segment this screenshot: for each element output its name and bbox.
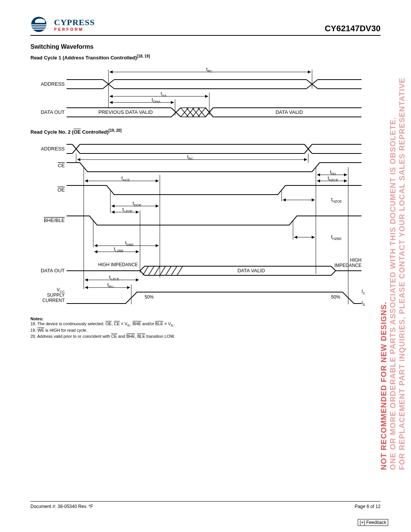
svg-marker-86 [344, 179, 347, 182]
rc2-title-prefix: Read Cycle No. 2 ( [30, 129, 73, 135]
read-cycle-1-title: Read Cycle 1 (Address Transition Control… [30, 54, 381, 61]
svg-text:tLZOE: tLZOE [122, 206, 132, 213]
page-header: CYPRESS PERFORM CY62147DV30 [30, 15, 381, 36]
svg-marker-85 [317, 179, 320, 182]
svg-text:OE: OE [57, 187, 65, 193]
svg-line-130 [166, 266, 171, 275]
svg-text:tOHA: tOHA [151, 97, 160, 104]
note-18: 18. The device is continuously selected.… [30, 321, 381, 328]
rc2-title-suffix: Controlled) [81, 129, 108, 135]
svg-marker-76 [85, 179, 88, 182]
svg-rect-2 [31, 26, 46, 27]
svg-text:tACE: tACE [121, 175, 130, 182]
svg-marker-68 [77, 158, 80, 161]
notes-title: Notes: [30, 316, 381, 321]
section-title: Switching Waveforms [30, 43, 381, 50]
svg-text:50%: 50% [145, 294, 154, 300]
note-20: 20. Address valid prior to or coincident… [30, 334, 381, 339]
page-footer: Document #: 38-05340 Rev. *F Page 6 of 1… [30, 501, 381, 509]
svg-text:HIGH IMPEDANCE: HIGH IMPEDANCE [98, 262, 138, 267]
notes-section: Notes: 18. The device is continuously se… [30, 316, 381, 340]
logo-tagline-text: PERFORM [54, 27, 95, 32]
svg-text:DATA OUT: DATA OUT [41, 109, 65, 115]
rc1-title-refs: [18, 19] [137, 54, 150, 58]
svg-marker-81 [317, 173, 320, 176]
svg-marker-137 [85, 278, 88, 281]
rc2-title-refs: [19, 20] [108, 128, 121, 133]
svg-text:tLZBE: tLZBE [114, 246, 124, 253]
svg-text:tHZOE: tHZOE [331, 197, 342, 203]
svg-marker-138 [136, 278, 139, 281]
svg-marker-93 [156, 204, 159, 208]
svg-text:tLZCE: tLZCE [109, 274, 119, 281]
svg-line-128 [154, 266, 160, 275]
svg-text:CURRENT: CURRENT [42, 298, 65, 303]
svg-marker-8 [110, 70, 113, 73]
svg-text:DATA VALID: DATA VALID [276, 109, 303, 115]
svg-text:BHE/BLE: BHE/BLE [44, 217, 65, 223]
svg-marker-101 [283, 198, 286, 201]
svg-text:ADDRESS: ADDRESS [41, 81, 65, 87]
svg-text:DATA OUT: DATA OUT [41, 268, 65, 273]
part-number: CY62147DV30 [325, 24, 381, 34]
svg-text:tHZCE: tHZCE [328, 175, 338, 182]
svg-marker-69 [304, 158, 307, 161]
svg-text:SUPPLY: SUPPLY [47, 292, 65, 298]
svg-text:IMPEDANCE: IMPEDANCE [335, 263, 362, 268]
svg-marker-97 [112, 211, 115, 214]
svg-line-127 [148, 266, 154, 275]
read-cycle-2-title: Read Cycle No. 2 (OE Controlled)[19, 20] [30, 128, 381, 135]
svg-line-129 [160, 266, 166, 275]
watermark-line-3: FOR REPLACEMENT PART INQUIRIES, PLEASE C… [397, 77, 406, 470]
svg-marker-92 [112, 204, 115, 208]
svg-marker-31 [171, 101, 174, 104]
svg-marker-26 [205, 95, 208, 98]
cypress-logo-icon [30, 15, 52, 34]
svg-text:CE: CE [58, 163, 65, 168]
svg-rect-1 [31, 24, 46, 25]
svg-text:ISB: ISB [362, 300, 365, 307]
svg-text:ADDRESS: ADDRESS [41, 146, 65, 152]
watermark-line-1: NOT RECOMMENDED FOR NEW DESIGNS. [379, 77, 388, 470]
feedback-button[interactable]: [+] Feedback [358, 519, 388, 526]
svg-marker-116 [94, 250, 97, 253]
svg-marker-30 [110, 101, 113, 104]
svg-marker-25 [110, 95, 113, 98]
svg-text:ICC: ICC [362, 289, 365, 295]
svg-marker-113 [156, 244, 159, 247]
svg-text:PREVIOUS DATA VALID: PREVIOUS DATA VALID [98, 109, 153, 115]
svg-marker-102 [312, 198, 315, 201]
watermark: NOT RECOMMENDED FOR NEW DESIGNS. ONE OR … [381, 38, 404, 509]
svg-marker-9 [308, 70, 311, 73]
logo: CYPRESS PERFORM [30, 15, 95, 34]
page-number: Page 6 of 12 [355, 504, 381, 509]
svg-line-132 [177, 266, 183, 275]
svg-text:DATA VALID: DATA VALID [237, 268, 265, 273]
svg-marker-82 [344, 173, 347, 176]
rc2-title-oe: OE [73, 129, 81, 135]
logo-brand-text: CYPRESS [54, 18, 95, 27]
doc-number: Document #: 38-05340 Rev. *F [30, 504, 93, 509]
rc1-title-text: Read Cycle 1 (Address Transition Control… [30, 55, 137, 61]
watermark-line-2: ONE OR MORE ORDERABLE PARTS ASSOCIATED W… [388, 77, 397, 470]
svg-text:tDOE: tDOE [132, 200, 141, 207]
svg-marker-143 [127, 286, 130, 289]
svg-rect-4 [31, 29, 45, 30]
svg-marker-98 [136, 211, 139, 214]
svg-text:50%: 50% [331, 294, 340, 300]
svg-rect-3 [31, 27, 46, 28]
svg-marker-112 [94, 244, 97, 247]
svg-text:HIGH: HIGH [350, 257, 362, 263]
svg-text:tHZBE: tHZBE [331, 234, 342, 241]
note-19: 19. WE is HIGH for read cycle. [30, 328, 381, 333]
svg-line-131 [171, 266, 177, 275]
svg-marker-77 [156, 179, 159, 182]
svg-marker-109 [312, 236, 315, 239]
timing-diagram-1: tRC ADDRESS tAA tOHA [30, 66, 381, 125]
svg-text:tDBE: tDBE [125, 240, 134, 247]
svg-marker-108 [294, 236, 297, 239]
svg-marker-117 [136, 250, 139, 253]
svg-marker-142 [85, 286, 88, 289]
timing-diagram-2: ADDRESS tRC CE [30, 141, 381, 310]
